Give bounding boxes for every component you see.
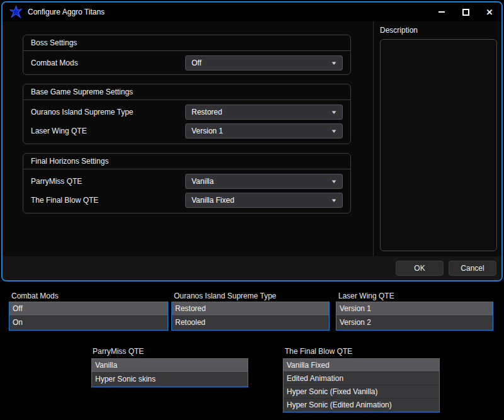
cancel-button[interactable]: Cancel	[449, 261, 496, 276]
chevron-down-icon: ▼	[330, 198, 337, 203]
dropdown-value: Vanilla Fixed	[192, 196, 234, 205]
chevron-down-icon: ▼	[330, 179, 337, 184]
setting-label: Ouranos Island Supreme Type	[31, 108, 185, 116]
parrymiss-qte-list-label: ParryMiss QTE	[93, 347, 144, 356]
setting-label: The Final Blow QTE	[31, 196, 185, 205]
list-option[interactable]: Hyper Sonic skins	[92, 373, 248, 387]
setting-label: Laser Wing QTE	[31, 127, 185, 135]
dropdown-value: Restored	[192, 108, 222, 116]
setting-label: ParryMiss QTE	[31, 177, 185, 186]
the-final-blow-qte-listbox: Vanilla Fixed Edited Animation Hyper Son…	[283, 358, 440, 412]
group-title: Base Game Supreme Settings	[23, 84, 350, 100]
list-option[interactable]: Restored	[172, 302, 329, 316]
list-option[interactable]: Vanilla Fixed	[284, 359, 439, 372]
list-option[interactable]: On	[9, 316, 168, 330]
group-base-game-supreme-settings: Base Game Supreme Settings Ouranos Islan…	[23, 84, 351, 144]
setting-row-ouranos-island-supreme-type: Ouranos Island Supreme Type Restored ▼	[23, 103, 350, 122]
description-label: Description	[380, 26, 497, 35]
chevron-down-icon: ▼	[330, 60, 337, 66]
setting-row-laser-wing-qte: Laser Wing QTE Version 1 ▼	[23, 122, 350, 140]
list-option[interactable]: Version 2	[336, 316, 493, 330]
setting-row-combat-mods: Combat Mods Off ▼	[23, 54, 350, 72]
group-final-horizons-settings: Final Horizons Settings ParryMiss QTE Va…	[23, 153, 351, 213]
list-option[interactable]: Vanilla	[92, 359, 248, 373]
group-boss-settings: Boss Settings Combat Mods Off ▼	[23, 35, 351, 75]
minimize-button[interactable]	[430, 3, 454, 21]
ouranos-island-supreme-type-list-label: Ouranos Island Supreme Type	[174, 292, 277, 300]
laser-wing-qte-listbox: Version 1 Version 2	[336, 302, 493, 331]
setting-row-parrymiss-qte: ParryMiss QTE Vanilla ▼	[23, 172, 350, 191]
combat-mods-dropdown[interactable]: Off ▼	[185, 55, 343, 71]
dropdown-value: Version 1	[192, 127, 223, 135]
ouranos-island-supreme-type-listbox: Restored Retooled	[171, 302, 329, 331]
parrymiss-qte-listbox: Vanilla Hyper Sonic skins	[91, 358, 248, 387]
minimize-icon	[438, 11, 445, 13]
the-final-blow-qte-list-label: The Final Blow QTE	[285, 347, 352, 356]
settings-panel: Boss Settings Combat Mods Off ▼ Base Gam…	[3, 21, 373, 256]
ouranos-island-supreme-type-dropdown[interactable]: Restored ▼	[185, 105, 343, 120]
close-button[interactable]: ✕	[478, 3, 501, 21]
dropdown-value: Off	[192, 59, 202, 67]
parrymiss-qte-dropdown[interactable]: Vanilla ▼	[185, 174, 343, 189]
combat-mods-list-label: Combat Mods	[11, 292, 59, 300]
chevron-down-icon: ▼	[330, 110, 337, 115]
the-final-blow-qte-dropdown[interactable]: Vanilla Fixed ▼	[185, 193, 343, 208]
dialog-footer: OK Cancel	[3, 256, 501, 280]
list-option[interactable]: Edited Animation	[284, 372, 439, 385]
window-title: Configure Aggro Titans	[28, 8, 430, 16]
configure-dialog-window: Configure Aggro Titans ✕ Boss Settings C…	[1, 1, 503, 281]
group-title: Boss Settings	[23, 35, 350, 51]
list-option[interactable]: Off	[9, 302, 168, 316]
maximize-button[interactable]	[454, 3, 478, 21]
list-option[interactable]: Hyper Sonic (Edited Animation)	[284, 399, 439, 412]
maximize-icon	[462, 9, 469, 16]
list-option[interactable]: Hyper Sonic (Fixed Vanilla)	[284, 385, 439, 399]
setting-label: Combat Mods	[31, 59, 185, 67]
app-star-icon	[9, 5, 23, 19]
dropdown-value: Vanilla	[192, 177, 214, 186]
combat-mods-listbox: Off On	[9, 302, 168, 331]
window-body: Boss Settings Combat Mods Off ▼ Base Gam…	[3, 21, 501, 256]
list-option[interactable]: Retooled	[172, 316, 329, 330]
setting-row-the-final-blow-qte: The Final Blow QTE Vanilla Fixed ▼	[23, 191, 350, 210]
laser-wing-qte-list-label: Laser Wing QTE	[338, 292, 394, 300]
titlebar[interactable]: Configure Aggro Titans ✕	[3, 3, 501, 21]
laser-wing-qte-dropdown[interactable]: Version 1 ▼	[185, 123, 343, 139]
group-title: Final Horizons Settings	[23, 154, 350, 169]
description-panel: Description	[374, 21, 501, 256]
ok-button[interactable]: OK	[396, 261, 444, 276]
list-option[interactable]: Version 1	[336, 302, 493, 316]
chevron-down-icon: ▼	[330, 128, 337, 134]
description-textbox	[380, 39, 497, 251]
close-icon: ✕	[486, 8, 493, 16]
